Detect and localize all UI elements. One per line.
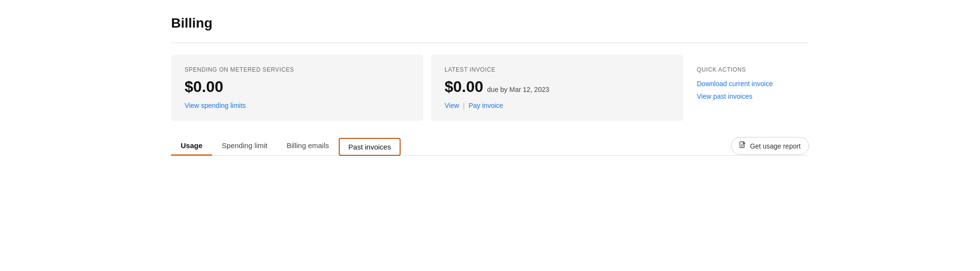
view-spending-limits-link[interactable]: View spending limits — [185, 102, 246, 109]
link-separator: | — [463, 102, 465, 109]
view-past-invoices-link[interactable]: View past invoices — [697, 92, 795, 100]
top-divider — [171, 43, 809, 43]
get-usage-report-label: Get usage report — [750, 142, 801, 150]
invoice-card-label: LATEST INVOICE — [445, 66, 670, 73]
get-usage-report-button[interactable]: Get usage report — [731, 137, 809, 155]
invoice-amount: $0.00 — [445, 78, 483, 96]
quick-actions-label: QUICK ACTIONS — [697, 66, 795, 73]
document-icon — [739, 141, 746, 151]
cards-row: Spending on metered services $0.00 View … — [171, 55, 809, 121]
tab-billing-emails[interactable]: Billing emails — [277, 136, 339, 156]
quick-actions-card: QUICK ACTIONS Download current invoice V… — [683, 55, 809, 121]
quick-actions-links: Download current invoice View past invoi… — [697, 80, 795, 100]
download-current-invoice-link[interactable]: Download current invoice — [697, 80, 795, 88]
tab-usage[interactable]: Usage — [171, 136, 212, 156]
invoice-links: View | Pay invoice — [445, 102, 670, 109]
pay-invoice-link[interactable]: Pay invoice — [469, 102, 504, 109]
spending-card-label: Spending on metered services — [185, 66, 410, 73]
view-invoice-link[interactable]: View — [445, 102, 459, 109]
spending-card: Spending on metered services $0.00 View … — [171, 55, 423, 121]
invoice-due-text: due by Mar 12, 2023 — [487, 86, 549, 93]
tabs-container: Usage Spending limit Billing emails Past… — [171, 136, 809, 156]
page-title: Billing — [171, 15, 809, 31]
invoice-amount-row: $0.00 due by Mar 12, 2023 — [445, 78, 670, 96]
spending-amount: $0.00 — [185, 78, 410, 96]
invoice-card: LATEST INVOICE $0.00 due by Mar 12, 2023… — [431, 55, 683, 121]
tab-spending-limit[interactable]: Spending limit — [212, 136, 277, 156]
tabs-left: Usage Spending limit Billing emails Past… — [171, 136, 401, 155]
tab-past-invoices[interactable]: Past invoices — [339, 138, 401, 156]
